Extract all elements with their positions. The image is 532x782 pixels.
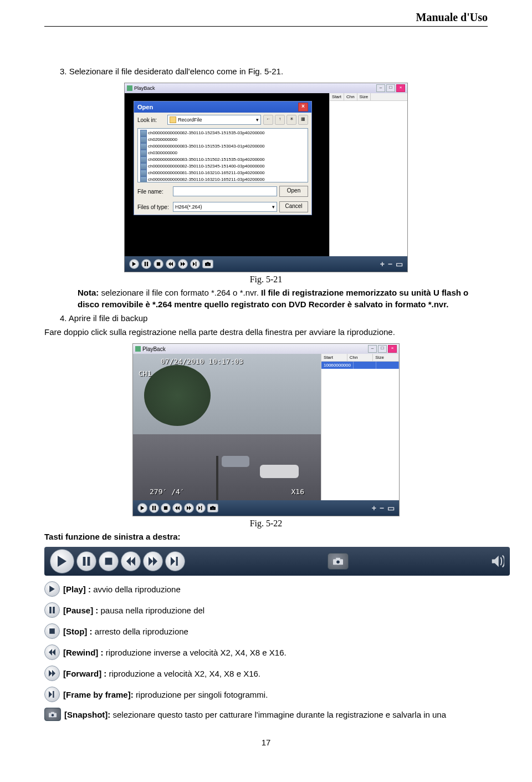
desc-play: [Play] : avvio della riproduzione [44, 581, 488, 597]
video-frame: 07/24/2010 10:17:03 CH1 279′ /4′ X16 [133, 354, 321, 500]
frame-icon[interactable] [196, 503, 206, 513]
step-4-title: 4. Aprire il file di backup [44, 312, 488, 324]
zoom-in-icon[interactable]: + [380, 260, 385, 268]
pause-icon[interactable] [141, 259, 151, 269]
dialog-close-button[interactable]: × [298, 103, 308, 111]
file-list[interactable]: ch00000000000082-350110-152345-151535-03… [137, 128, 308, 182]
file-item[interactable]: ch0300000000 [140, 150, 177, 156]
play-icon [44, 581, 60, 597]
file-icon [140, 176, 147, 182]
rewind-icon[interactable] [166, 259, 176, 269]
lookin-label: Look in: [137, 117, 165, 123]
zoom-in-icon[interactable]: + [372, 504, 376, 512]
filetype-combo[interactable]: H264(*.264)▾ [173, 202, 277, 212]
volume-icon[interactable] [491, 555, 504, 568]
col-start: Start [330, 93, 344, 100]
snapshot-icon[interactable] [202, 260, 213, 268]
desc-frame: [Frame by frame]: riproduzione per singo… [44, 687, 488, 702]
window-titlebar: PlayBack – □ × [125, 83, 407, 93]
file-item[interactable]: ch00000000000083-350110-151502-151535-03… [140, 156, 264, 163]
camera-icon [44, 708, 61, 721]
stop-button[interactable] [99, 551, 119, 571]
zoom-out-icon[interactable]: − [380, 504, 384, 512]
page-number: 17 [44, 738, 488, 747]
window-title: PlayBack [142, 346, 166, 352]
file-item[interactable]: ch00000000000082-350110-163210-165211-03… [140, 176, 264, 182]
app-icon [127, 85, 132, 91]
note-line: Nota: selezionare il file con formato *.… [44, 287, 488, 310]
playlist-panel: Start Chn Size [329, 93, 407, 256]
col-size: Size [357, 93, 371, 100]
file-icon [140, 163, 147, 170]
screenshot-playback-playing: PlayBack – □ × 07/24/2010 10:17:03 CH1 2… [132, 343, 400, 516]
app-icon [135, 346, 141, 352]
file-item[interactable]: ch00000000000082-350110-152345-151400-03… [140, 163, 264, 170]
rewind-button[interactable] [121, 551, 141, 571]
figure-5-22-caption: Fig. 5-22 [44, 519, 488, 529]
play-button[interactable] [50, 549, 74, 573]
minimize-button[interactable]: – [376, 84, 385, 92]
filetype-label: Files of type: [137, 204, 171, 210]
window-titlebar: PlayBack – □ × [133, 344, 399, 354]
forward-icon[interactable] [178, 259, 188, 269]
forward-button[interactable] [143, 551, 163, 571]
stop-icon [44, 623, 60, 639]
open-button[interactable]: Open [279, 186, 308, 197]
file-icon [140, 136, 147, 143]
file-icon [140, 143, 147, 150]
file-icon [140, 156, 147, 163]
pause-icon [44, 602, 60, 618]
zoom-reset-icon[interactable]: ▭ [387, 504, 395, 512]
snapshot-button[interactable] [328, 553, 349, 570]
frame-icon [44, 687, 60, 702]
file-item[interactable]: ch0200000000 [140, 136, 177, 143]
stop-icon[interactable] [161, 503, 171, 513]
filename-input[interactable] [173, 186, 277, 196]
snapshot-icon[interactable] [207, 504, 218, 512]
frame-icon[interactable] [190, 259, 200, 269]
frame-button[interactable] [165, 551, 185, 571]
video-area-black: Open × Look in: RecordFile ▾ ← ↑ [125, 93, 329, 256]
file-item[interactable]: ch00000000000081-350110-163210-165211-03… [140, 170, 264, 176]
cancel-button[interactable]: Cancel [279, 201, 308, 212]
col-size: Size [373, 354, 399, 361]
zoom-reset-icon[interactable]: ▭ [396, 260, 403, 268]
file-icon [140, 130, 147, 136]
step-3-text: 3. Selezionare il file desiderato dall'e… [44, 65, 488, 77]
up-icon[interactable]: ↑ [275, 115, 285, 125]
rewind-icon [44, 644, 60, 660]
figure-5-21-caption: Fig. 5-21 [44, 275, 488, 285]
stop-icon[interactable] [154, 259, 163, 269]
osd-channel: CH1 [139, 369, 151, 378]
playlist-panel: Start Chn Size 10060000000 [321, 354, 399, 500]
play-icon[interactable] [137, 503, 147, 513]
back-icon[interactable]: ← [263, 115, 273, 125]
close-button[interactable]: × [388, 345, 397, 353]
rewind-icon[interactable] [172, 503, 182, 513]
pause-button[interactable] [76, 551, 96, 571]
file-item[interactable]: ch00000000000083-350110-151535-153043-01… [140, 143, 264, 150]
viewmenu-icon[interactable]: ▦ [298, 115, 308, 125]
forward-icon [44, 666, 60, 681]
lookin-combo[interactable]: RecordFile ▾ [167, 115, 261, 125]
toolbar-caption: Tasti funzione de sinistra a destra: [44, 531, 488, 542]
maximize-button[interactable]: □ [386, 84, 395, 92]
folder-icon [170, 116, 176, 123]
open-file-dialog: Open × Look in: RecordFile ▾ ← ↑ [134, 101, 312, 215]
play-icon[interactable] [129, 259, 139, 269]
file-item[interactable]: ch00000000000082-350110-152345-151535-03… [140, 130, 264, 136]
minimize-button[interactable]: – [368, 345, 377, 353]
col-chn: Chn [347, 354, 374, 361]
forward-icon[interactable] [184, 503, 194, 513]
step-4-text: Fare doppio click sulla registrazione ne… [44, 326, 488, 338]
playlist-row-selected[interactable]: 10060000000 [321, 362, 399, 369]
zoom-out-icon[interactable]: − [388, 260, 392, 268]
toolbar-large [44, 547, 510, 576]
close-button[interactable]: × [396, 84, 405, 92]
newfolder-icon[interactable]: ✳ [287, 115, 296, 125]
desc-pause: [Pause] : pausa nella riproduzione del [44, 602, 488, 618]
desc-rewind: [Rewind] : riproduzione inverse a veloci… [44, 644, 488, 660]
maximize-button[interactable]: □ [378, 345, 387, 353]
pause-icon[interactable] [149, 503, 159, 513]
header-divider [44, 26, 488, 27]
